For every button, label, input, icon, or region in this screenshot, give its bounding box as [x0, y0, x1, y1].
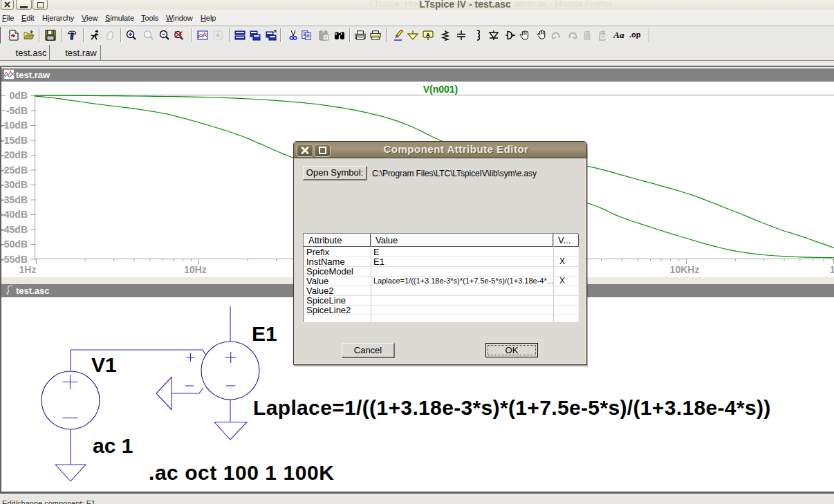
svg-text:1Hz: 1Hz	[19, 264, 37, 275]
svg-text:.op: .op	[629, 30, 641, 39]
svg-text:-50dB: -50dB	[1, 239, 28, 250]
svg-text:-30dB: -30dB	[1, 179, 28, 190]
svg-text:E1: E1	[252, 322, 277, 345]
svg-text:A: A	[426, 32, 430, 38]
svg-text:-15dB: -15dB	[1, 135, 28, 146]
svg-text:100KHz: 100KHz	[830, 264, 834, 275]
svg-text:-40dB: -40dB	[1, 209, 28, 220]
svg-text:-45dB: -45dB	[1, 224, 28, 235]
svg-text:-25dB: -25dB	[1, 165, 28, 176]
svg-text:-5dB: -5dB	[6, 105, 28, 116]
svg-text:Laplace=1/((1+3.18e-3*s)*(1+7.: Laplace=1/((1+3.18e-3*s)*(1+7.5e-5*s)/(1…	[253, 396, 771, 419]
svg-text:-55dB: -55dB	[1, 254, 28, 265]
svg-text:10Hz: 10Hz	[184, 264, 207, 275]
svg-text:V1: V1	[91, 353, 117, 376]
svg-text:-10dB: -10dB	[1, 120, 28, 131]
svg-text:V(n001): V(n001)	[423, 84, 458, 95]
svg-text:.ac oct 100 1 100K: .ac oct 100 1 100K	[149, 461, 334, 484]
svg-text:Aa: Aa	[613, 30, 624, 40]
svg-text:-20dB: -20dB	[1, 149, 28, 160]
svg-text:ac 1: ac 1	[93, 434, 133, 457]
svg-text:0dB: 0dB	[10, 90, 28, 101]
svg-text:-35dB: -35dB	[1, 194, 28, 205]
svg-text:10KHz: 10KHz	[670, 264, 700, 275]
